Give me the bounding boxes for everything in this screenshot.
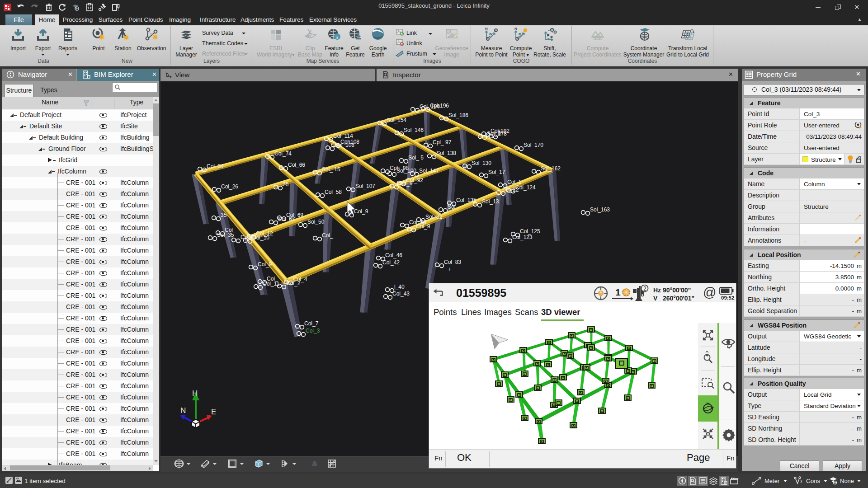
svg-text:Col_194: Col_194: [420, 103, 440, 110]
svg-text:2: 2: [643, 286, 646, 292]
svg-text:Col_58: Col_58: [325, 189, 342, 195]
svg-text:Sol_154: Sol_154: [387, 117, 406, 123]
svg-text:75: 75: [283, 181, 289, 188]
svg-text:35: 35: [221, 212, 227, 218]
svg-text:Col_: Col_: [267, 276, 278, 282]
svg-text:Col_9: Col_9: [416, 223, 430, 230]
svg-text:Sol_146: Sol_146: [404, 127, 424, 133]
svg-text:Sol_107: Sol_107: [355, 183, 375, 189]
svg-text:Col_42: Col_42: [382, 259, 400, 266]
svg-text:Sol_9: Sol_9: [399, 180, 413, 187]
svg-text:N: N: [485, 27, 488, 31]
svg-text:Sol_67: Sol_67: [278, 216, 295, 222]
svg-text:l_40: l_40: [394, 284, 405, 290]
svg-text:i: i: [336, 34, 338, 40]
svg-text:N: N: [514, 27, 517, 31]
svg-text:Sol_170: Sol_170: [524, 142, 543, 148]
svg-text:Cpl_ 97: Cpl_ 97: [433, 139, 452, 145]
svg-text:Col_123: Col_123: [512, 234, 533, 240]
svg-text:Col_43: Col_43: [392, 291, 410, 297]
svg-text:Col_46: Col_46: [385, 252, 402, 258]
svg-text:H: H: [192, 389, 198, 398]
svg-text:Sol_108: Sol_108: [335, 142, 354, 148]
svg-text:ol_22: ol_22: [505, 187, 519, 193]
svg-text:Sol_138: Sol_138: [436, 150, 456, 156]
svg-text:Sol_130: Sol_130: [472, 160, 491, 166]
svg-text:Col_3: Col_3: [306, 328, 320, 334]
svg-text:Sol_147: Sol_147: [419, 168, 439, 174]
svg-text:Col_83: Col_83: [444, 259, 461, 265]
svg-text:Sol_50: Sol_50: [307, 219, 325, 225]
svg-text:Sol_162: Sol_162: [541, 165, 561, 172]
svg-text:Col_9: Col_9: [258, 261, 272, 267]
svg-text:Col_: Col_: [225, 227, 236, 233]
svg-text:+: +: [448, 266, 452, 272]
svg-text:Col_66: Col_66: [288, 162, 305, 168]
svg-text:Sol_100: Sol_100: [396, 168, 416, 174]
svg-text:Col_10: Col_10: [252, 235, 269, 241]
svg-text:N: N: [180, 406, 186, 415]
svg-text:Col_7: Col_7: [304, 320, 319, 327]
svg-text:Sol_ 15: Sol_ 15: [322, 166, 340, 173]
svg-text:Col_26: Col_26: [221, 183, 238, 190]
svg-text:Sol_17: Sol_17: [488, 169, 505, 175]
svg-text:Sol_13: Sol_13: [482, 198, 499, 205]
svg-text:Col_125: Col_125: [520, 228, 540, 235]
svg-text:Sol_: Sol_: [448, 204, 458, 210]
svg-text:Col_34: Col_34: [207, 163, 224, 169]
svg-text:Sol_ 5: Sol_ 5: [408, 155, 424, 161]
svg-text:0: 0: [498, 130, 501, 136]
svg-text:Col_135: Col_135: [456, 197, 476, 203]
svg-text:Col_74: Col_74: [274, 150, 292, 157]
svg-text:Col_2: Col_2: [286, 280, 301, 286]
svg-text:Sol_163: Sol_163: [590, 206, 610, 213]
svg-text:Sol_82: Sol_82: [425, 214, 443, 220]
svg-text:Col_: Col_: [322, 232, 333, 239]
svg-text:Sol_186: Sol_186: [448, 112, 468, 118]
svg-text:E: E: [211, 408, 216, 416]
svg-text:Col_9: Col_9: [354, 208, 368, 215]
svg-text:Col_114: Col_114: [333, 133, 353, 139]
